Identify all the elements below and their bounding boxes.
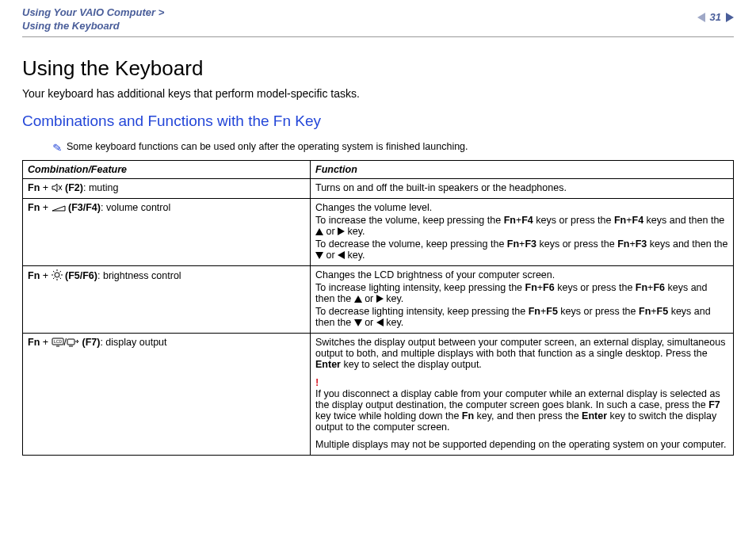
func-text: Turns on and off the built-in speakers o… [315, 182, 728, 193]
arrow-up-icon [315, 228, 323, 235]
combo-desc: : display output [100, 337, 166, 348]
divider [22, 36, 734, 37]
func-text: If you disconnect a display cable from y… [315, 388, 728, 433]
arrow-down-icon [354, 319, 362, 326]
col-header-combo: Combination/Feature [23, 160, 311, 178]
func-text: Switches the display output between your… [315, 337, 728, 370]
combo-cell: Fn + LCD/ (F7): display output [23, 333, 311, 455]
table-row: Fn + (F2): muting Turns on and off the b… [23, 178, 734, 198]
function-cell: Changes the LCD brightness of your compu… [311, 265, 734, 333]
svg-text:LCD: LCD [54, 339, 62, 344]
function-cell: Switches the display output between your… [311, 333, 734, 455]
arrow-right-icon [376, 295, 384, 303]
page-title: Using the Keyboard [22, 56, 734, 81]
svg-point-2 [55, 273, 59, 277]
func-text: To increase lighting intensity, keep pre… [315, 282, 728, 304]
fn-label: Fn [28, 270, 40, 281]
arrow-down-icon [315, 252, 323, 259]
func-text: To decrease the volume, keep pressing th… [315, 238, 728, 261]
arrow-left-icon [376, 318, 384, 326]
combo-cell: Fn + (F3/F4): volume control [23, 198, 311, 265]
warning-icon: ! [315, 376, 728, 388]
arrow-right-icon [338, 227, 345, 235]
lcd-icon: LCD [52, 338, 64, 347]
key-label: (F7) [82, 337, 101, 348]
display-output-icon [67, 338, 79, 347]
svg-line-8 [59, 277, 61, 279]
breadcrumb-line2: Using the Keyboard [22, 20, 120, 32]
combo-desc: : muting [83, 182, 118, 193]
mute-icon [52, 183, 63, 193]
func-text: Multiple displays may not be supported d… [315, 439, 728, 450]
combo-desc: : volume control [101, 202, 170, 213]
table-row: Fn + LCD/ (F7): display output Switches … [23, 333, 734, 455]
svg-line-9 [53, 277, 55, 279]
function-cell: Turns on and off the built-in speakers o… [311, 178, 734, 198]
intro-text: Your keyboard has additional keys that p… [22, 87, 734, 100]
key-label: (F3/F4) [68, 202, 101, 213]
table-row: Fn + (F5/F6): brightness control Changes… [23, 265, 734, 333]
brightness-icon [52, 269, 63, 280]
func-text: Changes the volume level. [315, 202, 728, 213]
func-text: Changes the LCD brightness of your compu… [315, 269, 728, 280]
breadcrumb: Using Your VAIO Computer > Using the Key… [22, 6, 164, 33]
section-title: Combinations and Functions with the Fn K… [22, 113, 734, 130]
volume-icon [52, 204, 66, 212]
table-row: Fn + (F3/F4): volume control Changes the… [23, 198, 734, 265]
note-text: Some keyboard functions can be used only… [67, 141, 468, 152]
pager: 31 [697, 6, 734, 23]
func-text: To increase the volume, keep pressing th… [315, 215, 728, 237]
svg-line-7 [53, 271, 55, 273]
fn-label: Fn [28, 182, 40, 193]
col-header-function: Function [311, 160, 734, 178]
combo-desc: : brightness control [97, 270, 181, 281]
breadcrumb-line1: Using Your VAIO Computer > [22, 6, 164, 18]
next-page-icon[interactable] [726, 13, 734, 22]
fn-label: Fn [28, 337, 40, 348]
prev-page-icon[interactable] [697, 13, 705, 22]
note: ✎ Some keyboard functions can be used on… [52, 141, 734, 152]
function-cell: Changes the volume level. To increase th… [311, 198, 734, 265]
page-number: 31 [710, 11, 721, 23]
arrow-left-icon [338, 251, 345, 259]
func-text: To decrease lighting intensity, keep pre… [315, 306, 728, 328]
key-label: (F2) [65, 182, 83, 193]
pencil-icon: ✎ [52, 141, 62, 153]
arrow-up-icon [354, 296, 362, 303]
fn-label: Fn [28, 202, 40, 213]
combo-cell: Fn + (F5/F6): brightness control [23, 265, 311, 333]
fn-table: Combination/Feature Function Fn + (F2): … [22, 160, 734, 456]
key-label: (F5/F6) [65, 270, 97, 281]
svg-rect-14 [67, 339, 74, 345]
combo-cell: Fn + (F2): muting [23, 178, 311, 198]
svg-line-10 [59, 271, 61, 273]
